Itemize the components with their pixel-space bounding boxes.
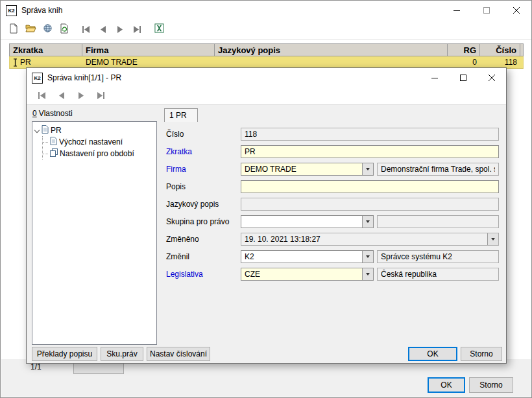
field-label-jazykovy-popis: Jazykový popis bbox=[166, 200, 241, 209]
previous-record-icon bbox=[98, 24, 108, 36]
sku-prav-button[interactable]: Sku.práv bbox=[101, 347, 143, 361]
form-row-cislo: Číslo 118 bbox=[166, 128, 499, 141]
field-label-zkratka: Zkratka bbox=[166, 147, 241, 156]
main-titlebar: K2 Správa knih bbox=[1, 1, 531, 20]
last-record-button[interactable] bbox=[93, 88, 108, 104]
next-record-button[interactable] bbox=[73, 88, 89, 104]
globe-button[interactable] bbox=[40, 22, 55, 38]
record-cursor-icon bbox=[13, 58, 18, 67]
main-storno-button[interactable]: Storno bbox=[469, 377, 513, 393]
dropdown-arrow-icon[interactable] bbox=[362, 251, 373, 263]
tree-item-root[interactable]: PR bbox=[34, 124, 155, 136]
cell-jazykovy-popis bbox=[215, 56, 448, 68]
open-folder-icon bbox=[25, 23, 36, 36]
dropdown-arrow-icon[interactable] bbox=[362, 163, 373, 175]
dialog-title: Správa knih[1/1] - PR bbox=[47, 73, 121, 82]
dialog-caption-buttons bbox=[420, 68, 506, 88]
last-record-icon bbox=[132, 24, 142, 36]
properties-tree[interactable]: PR Výchozí nastavení Nastavení pro obdob… bbox=[32, 121, 157, 345]
page-icon bbox=[50, 137, 57, 147]
previous-record-button[interactable] bbox=[95, 22, 111, 38]
firma-combo[interactable]: DEMO TRADE bbox=[241, 163, 374, 176]
dialog-minimize-button[interactable] bbox=[420, 68, 449, 88]
zkratka-input[interactable]: PR bbox=[241, 145, 499, 158]
column-header-firma[interactable]: Firma bbox=[82, 44, 215, 56]
field-label-skupina-pro-pravo: Skupina pro právo bbox=[166, 217, 241, 226]
column-header-zkratka[interactable]: Zkratka bbox=[10, 44, 82, 56]
tab-1-pr[interactable]: 1 PR bbox=[164, 108, 198, 122]
cell-firma: DEMO TRADE bbox=[82, 56, 215, 68]
close-icon bbox=[489, 72, 495, 84]
record-counter: 1/1 bbox=[30, 362, 42, 371]
first-record-button[interactable] bbox=[79, 22, 94, 38]
field-label-zmenil: Změnil bbox=[166, 252, 241, 261]
cell-rg: 0 bbox=[448, 56, 480, 68]
next-record-button[interactable] bbox=[112, 22, 128, 38]
maximize-icon bbox=[460, 72, 466, 84]
legislativa-combo[interactable]: CZE bbox=[241, 268, 374, 281]
form-row-jazykovy-popis: Jazykový popis bbox=[166, 198, 499, 211]
new-document-icon bbox=[8, 23, 19, 36]
refresh-document-icon bbox=[59, 23, 69, 36]
chevron-expanded-icon[interactable] bbox=[34, 128, 40, 134]
form-row-popis: Popis bbox=[166, 180, 499, 193]
zmeneno-combo: 19. 10. 2021 13:18:27 bbox=[241, 233, 499, 246]
legislativa-description-field: Česká republika bbox=[377, 268, 499, 281]
globe-icon bbox=[43, 23, 53, 36]
form-row-zmenil: Změnil K2 Správce systému K2 bbox=[166, 250, 499, 263]
excel-export-icon bbox=[154, 23, 164, 36]
tree-item-vychozi-nastaveni[interactable]: Výchozí nastavení bbox=[43, 136, 155, 148]
tree-item-nastaveni-pro-obdobi[interactable]: Nastavení pro období bbox=[43, 148, 155, 159]
dialog-storno-button[interactable]: Storno bbox=[461, 347, 502, 361]
previous-record-button[interactable] bbox=[54, 88, 69, 104]
dropdown-arrow-icon[interactable] bbox=[362, 268, 373, 280]
minimize-button[interactable] bbox=[442, 1, 472, 20]
maximize-button[interactable] bbox=[472, 1, 502, 20]
close-icon bbox=[513, 5, 520, 16]
dropdown-arrow-icon[interactable] bbox=[487, 233, 498, 245]
app-logo-icon: K2 bbox=[6, 5, 17, 16]
dialog-ok-button[interactable]: OK bbox=[408, 347, 457, 361]
zmenil-description-field: Správce systému K2 bbox=[377, 250, 499, 263]
minimize-icon bbox=[431, 72, 438, 84]
cell-zkratka: PR bbox=[10, 56, 82, 68]
field-label-firma: Firma bbox=[166, 165, 241, 174]
excel-export-button[interactable] bbox=[151, 22, 167, 38]
last-record-icon bbox=[95, 90, 106, 102]
cislo-field: 118 bbox=[241, 128, 499, 141]
column-header-rg[interactable]: RG bbox=[448, 44, 480, 56]
field-label-cislo: Číslo bbox=[166, 130, 241, 139]
main-ok-button[interactable]: OK bbox=[428, 377, 465, 393]
book-page-icon bbox=[42, 125, 49, 135]
field-label-zmeneno: Změněno bbox=[166, 235, 241, 244]
column-header-jazykovy-popis[interactable]: Jazykový popis bbox=[215, 44, 448, 56]
open-folder-button[interactable] bbox=[23, 22, 38, 38]
caption-buttons bbox=[442, 1, 531, 20]
refresh-button[interactable] bbox=[56, 22, 72, 38]
preklady-popisu-button[interactable]: Překlady popisu bbox=[32, 347, 97, 361]
first-record-button[interactable] bbox=[34, 88, 50, 104]
first-record-icon bbox=[81, 24, 91, 36]
skupina-pro-pravo-combo[interactable] bbox=[241, 215, 374, 228]
last-record-button[interactable] bbox=[129, 22, 145, 38]
zmenil-combo[interactable]: K2 bbox=[241, 250, 374, 263]
table-header-row: Zkratka Firma Jazykový popis RG Číslo bbox=[9, 43, 524, 56]
main-window-title: Správa knih bbox=[21, 6, 62, 15]
nastav-cislovani-button[interactable]: Nastav číslování bbox=[147, 347, 210, 361]
dialog-logo-icon: K2 bbox=[32, 73, 43, 84]
form-row-zmeneno: Změněno 19. 10. 2021 13:18:27 bbox=[166, 233, 499, 246]
close-button[interactable] bbox=[502, 1, 531, 20]
column-header-cislo[interactable]: Číslo bbox=[480, 44, 520, 56]
dialog-maximize-button[interactable] bbox=[449, 68, 478, 88]
dropdown-arrow-icon[interactable] bbox=[362, 216, 373, 228]
dialog-toolbar bbox=[27, 88, 506, 105]
form-row-legislativa: Legislativa CZE Česká republika bbox=[166, 268, 499, 281]
books-table: Zkratka Firma Jazykový popis RG Číslo PR… bbox=[9, 43, 524, 69]
pages-icon bbox=[50, 148, 58, 159]
properties-counter: 0Vlastnosti bbox=[32, 109, 73, 118]
book-detail-dialog: K2 Správa knih[1/1] - PR 0Vlastnosti bbox=[26, 67, 507, 364]
new-document-button[interactable] bbox=[6, 22, 21, 38]
dialog-close-button[interactable] bbox=[478, 68, 506, 88]
popis-input[interactable] bbox=[241, 180, 499, 193]
dialog-titlebar: K2 Správa knih[1/1] - PR bbox=[27, 68, 506, 88]
